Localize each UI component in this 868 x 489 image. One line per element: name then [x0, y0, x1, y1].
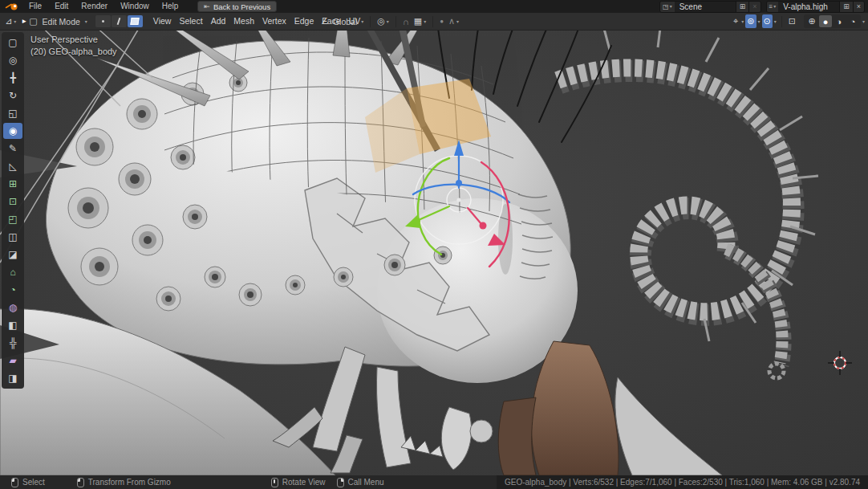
tool-shrink-fatten[interactable]: ╬: [3, 335, 22, 351]
tool-icon: ⌂: [10, 267, 15, 278]
edit-mode-icon: ▢: [29, 16, 37, 26]
tool-scale[interactable]: ◱: [3, 105, 22, 121]
tool-cursor[interactable]: ◎: [3, 52, 22, 68]
scene-icon: ◳: [663, 3, 669, 10]
xray-dropdown-chevron[interactable]: ▾: [774, 19, 777, 24]
tool-bevel[interactable]: ◰: [3, 211, 22, 227]
blender-logo-icon: [5, 2, 19, 11]
tool-smooth[interactable]: ◍: [3, 300, 22, 316]
viewport-header: ⊿ ▾ ► ▢ Edit Mode ▾ ViewSelectAddMeshVer…: [0, 13, 868, 31]
tool-icon: ⊡: [9, 196, 17, 207]
xray-alpha-button[interactable]: ⊡: [787, 14, 797, 28]
falloff-curve-icon: ∧: [448, 16, 455, 26]
scene-browse-button[interactable]: ◳ ▾: [660, 2, 675, 12]
proportional-editing-toggle[interactable]: ●: [438, 14, 445, 28]
view-layer-remove-button[interactable]: ×: [853, 2, 864, 12]
tool-measure[interactable]: ◺: [3, 158, 22, 174]
editor-type-button[interactable]: ⊿ ▾: [3, 14, 18, 28]
orientation-icon: ∠: [321, 16, 329, 26]
tool-extrude-region[interactable]: ⊞: [3, 176, 22, 192]
header-menu-mesh[interactable]: Mesh: [229, 13, 258, 30]
shading-sphere-icon: ●: [823, 17, 829, 26]
tool-edge-slide[interactable]: ◧: [3, 317, 22, 333]
tool-inset-faces[interactable]: ⊡: [3, 194, 22, 210]
status-hint-rotate-view: Rotate View: [271, 478, 326, 487]
shading-button-material[interactable]: ◑: [833, 15, 846, 27]
toggle-xray-button[interactable]: ⊙: [762, 14, 773, 28]
tool-annotate[interactable]: ✎: [3, 141, 22, 157]
tool-icon: ◎: [9, 55, 17, 66]
tool-poly-build[interactable]: ⌂: [3, 264, 22, 280]
tool-icon: ╋: [10, 72, 15, 84]
menu-window[interactable]: Window: [114, 0, 156, 13]
tool-knife[interactable]: ◪: [3, 247, 22, 263]
header-menu-select[interactable]: Select: [175, 13, 206, 30]
gizmo-dropdown-chevron[interactable]: ▾: [741, 19, 744, 24]
chevron-down-icon: ▾: [14, 19, 16, 24]
show-gizmo-button[interactable]: ⌖: [732, 14, 740, 28]
magnet-icon: ∩: [403, 17, 409, 26]
back-to-previous-button[interactable]: ⇤ Back to Previous: [197, 1, 277, 12]
overlays-dropdown-chevron[interactable]: ▾: [758, 19, 761, 24]
tool-move[interactable]: ╋: [3, 70, 22, 86]
tool-shear[interactable]: ▰: [3, 352, 22, 369]
proportional-falloff-dropdown[interactable]: ∧ ▾: [447, 14, 460, 28]
header-menu-edge[interactable]: Edge: [290, 13, 318, 30]
snap-toggle-button[interactable]: ∩: [401, 14, 411, 28]
tool-rip-region[interactable]: ◨: [3, 370, 22, 386]
show-overlays-button[interactable]: ⊚: [745, 14, 756, 28]
hint-label: Select: [22, 478, 45, 487]
cursor-arrow-icon: ►: [21, 18, 27, 25]
tool-icon: ⊞: [9, 178, 17, 189]
gizmo-icon: ⌖: [733, 16, 738, 26]
overlays-icon: ⊚: [747, 16, 754, 26]
snap-settings-dropdown[interactable]: ▦ ▾: [412, 14, 428, 28]
edge-select-button[interactable]: [112, 15, 127, 27]
tool-transform[interactable]: ◉: [3, 123, 22, 139]
tool-select-box[interactable]: ▢: [3, 35, 22, 51]
view-name-text: User Perspective: [30, 34, 117, 46]
scene-name-field[interactable]: Scene: [675, 2, 736, 11]
pivot-point-dropdown[interactable]: ◎ ▾: [375, 14, 391, 28]
statusbar: Select Transform From Gizmo Rotate View …: [0, 475, 868, 489]
menu-edit[interactable]: Edit: [48, 0, 75, 13]
chevron-down-icon: ▾: [670, 4, 672, 9]
chevron-down-icon: ▾: [387, 19, 389, 24]
shading-button-wireframe[interactable]: ⊕: [805, 15, 818, 27]
tool-spin[interactable]: ◔: [3, 282, 22, 298]
face-select-button[interactable]: [128, 15, 143, 27]
header-menu-add[interactable]: Add: [207, 13, 230, 30]
viewport-3d[interactable]: [0, 13, 868, 475]
transform-orientation-dropdown[interactable]: ∠ Global ▾: [319, 14, 365, 28]
header-menu-view[interactable]: View: [149, 13, 176, 30]
shading-button-solid[interactable]: ●: [819, 15, 832, 27]
view-layer-browse-button[interactable]: ≡ ▾: [767, 2, 779, 12]
tool-loop-cut[interactable]: ◫: [3, 229, 22, 245]
view-layer-name-field[interactable]: V-alpha.high: [778, 2, 839, 11]
menu-file[interactable]: File: [22, 0, 48, 13]
tool-icon: ✎: [9, 143, 17, 154]
shading-dropdown-chevron[interactable]: ▾: [862, 19, 865, 24]
tool-icon: ◨: [8, 373, 17, 384]
header-menu-vertex[interactable]: Vertex: [258, 13, 290, 30]
view-layer-new-button[interactable]: ⊞: [839, 2, 853, 12]
hint-label: Call Menu: [348, 478, 384, 487]
tool-icon: ◱: [8, 108, 17, 119]
tool-icon: ╬: [10, 337, 17, 348]
mode-label: Edit Mode: [39, 17, 83, 26]
shading-button-rendered[interactable]: ◔: [846, 15, 859, 27]
hint-label: Rotate View: [282, 478, 326, 487]
tool-icon: ↻: [9, 90, 17, 101]
mode-dropdown[interactable]: ► ▢ Edit Mode ▾: [19, 14, 89, 28]
mouse-button-icon: [11, 478, 18, 487]
pivot-point-icon: ◎: [377, 16, 385, 26]
status-hint-select: Select: [11, 478, 45, 487]
tool-icon: ◉: [9, 125, 17, 137]
menu-render[interactable]: Render: [75, 0, 114, 13]
tool-rotate[interactable]: ↻: [3, 88, 22, 104]
tool-icon: ◧: [8, 320, 17, 331]
vertex-select-button[interactable]: [95, 15, 111, 27]
scene-unlink-button[interactable]: ×: [748, 2, 760, 12]
menu-help[interactable]: Help: [156, 0, 185, 13]
scene-new-button[interactable]: ⊞: [736, 2, 749, 12]
